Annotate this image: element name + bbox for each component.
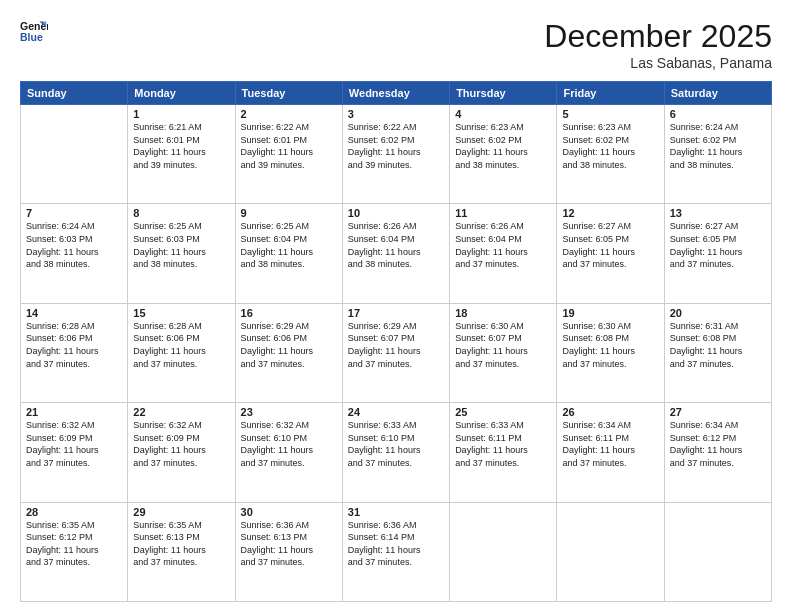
day-number: 16 [241,307,337,319]
calendar-cell: 29Sunrise: 6:35 AM Sunset: 6:13 PM Dayli… [128,502,235,601]
calendar-cell: 26Sunrise: 6:34 AM Sunset: 6:11 PM Dayli… [557,403,664,502]
day-info: Sunrise: 6:21 AM Sunset: 6:01 PM Dayligh… [133,121,229,171]
weekday-header-friday: Friday [557,82,664,105]
day-number: 27 [670,406,766,418]
calendar-cell: 1Sunrise: 6:21 AM Sunset: 6:01 PM Daylig… [128,105,235,204]
week-row-2: 14Sunrise: 6:28 AM Sunset: 6:06 PM Dayli… [21,303,772,402]
day-number: 7 [26,207,122,219]
calendar-cell: 27Sunrise: 6:34 AM Sunset: 6:12 PM Dayli… [664,403,771,502]
weekday-header-row: SundayMondayTuesdayWednesdayThursdayFrid… [21,82,772,105]
calendar-cell: 31Sunrise: 6:36 AM Sunset: 6:14 PM Dayli… [342,502,449,601]
calendar-cell: 5Sunrise: 6:23 AM Sunset: 6:02 PM Daylig… [557,105,664,204]
day-info: Sunrise: 6:32 AM Sunset: 6:10 PM Dayligh… [241,419,337,469]
week-row-3: 21Sunrise: 6:32 AM Sunset: 6:09 PM Dayli… [21,403,772,502]
calendar-cell: 8Sunrise: 6:25 AM Sunset: 6:03 PM Daylig… [128,204,235,303]
calendar-cell: 15Sunrise: 6:28 AM Sunset: 6:06 PM Dayli… [128,303,235,402]
calendar-cell: 17Sunrise: 6:29 AM Sunset: 6:07 PM Dayli… [342,303,449,402]
calendar-cell: 24Sunrise: 6:33 AM Sunset: 6:10 PM Dayli… [342,403,449,502]
week-row-1: 7Sunrise: 6:24 AM Sunset: 6:03 PM Daylig… [21,204,772,303]
day-info: Sunrise: 6:33 AM Sunset: 6:11 PM Dayligh… [455,419,551,469]
calendar-cell: 7Sunrise: 6:24 AM Sunset: 6:03 PM Daylig… [21,204,128,303]
day-number: 1 [133,108,229,120]
day-info: Sunrise: 6:30 AM Sunset: 6:07 PM Dayligh… [455,320,551,370]
calendar-cell: 19Sunrise: 6:30 AM Sunset: 6:08 PM Dayli… [557,303,664,402]
calendar-cell: 3Sunrise: 6:22 AM Sunset: 6:02 PM Daylig… [342,105,449,204]
day-info: Sunrise: 6:29 AM Sunset: 6:07 PM Dayligh… [348,320,444,370]
day-info: Sunrise: 6:24 AM Sunset: 6:02 PM Dayligh… [670,121,766,171]
svg-text:Blue: Blue [20,31,43,43]
calendar-cell: 22Sunrise: 6:32 AM Sunset: 6:09 PM Dayli… [128,403,235,502]
day-number: 13 [670,207,766,219]
day-info: Sunrise: 6:22 AM Sunset: 6:02 PM Dayligh… [348,121,444,171]
title-block: December 2025 Las Sabanas, Panama [544,18,772,71]
calendar-cell: 23Sunrise: 6:32 AM Sunset: 6:10 PM Dayli… [235,403,342,502]
day-number: 30 [241,506,337,518]
day-number: 25 [455,406,551,418]
day-info: Sunrise: 6:31 AM Sunset: 6:08 PM Dayligh… [670,320,766,370]
page: General Blue December 2025 Las Sabanas, … [0,0,792,612]
day-number: 14 [26,307,122,319]
calendar-cell [557,502,664,601]
day-number: 11 [455,207,551,219]
calendar-table: SundayMondayTuesdayWednesdayThursdayFrid… [20,81,772,602]
calendar-cell: 14Sunrise: 6:28 AM Sunset: 6:06 PM Dayli… [21,303,128,402]
day-info: Sunrise: 6:26 AM Sunset: 6:04 PM Dayligh… [348,220,444,270]
calendar-cell: 28Sunrise: 6:35 AM Sunset: 6:12 PM Dayli… [21,502,128,601]
calendar-cell: 10Sunrise: 6:26 AM Sunset: 6:04 PM Dayli… [342,204,449,303]
day-number: 26 [562,406,658,418]
day-number: 21 [26,406,122,418]
day-info: Sunrise: 6:36 AM Sunset: 6:14 PM Dayligh… [348,519,444,569]
day-info: Sunrise: 6:23 AM Sunset: 6:02 PM Dayligh… [562,121,658,171]
calendar-cell [450,502,557,601]
day-info: Sunrise: 6:28 AM Sunset: 6:06 PM Dayligh… [26,320,122,370]
day-info: Sunrise: 6:27 AM Sunset: 6:05 PM Dayligh… [670,220,766,270]
day-number: 4 [455,108,551,120]
day-number: 10 [348,207,444,219]
calendar-cell: 2Sunrise: 6:22 AM Sunset: 6:01 PM Daylig… [235,105,342,204]
day-number: 12 [562,207,658,219]
day-number: 9 [241,207,337,219]
day-number: 2 [241,108,337,120]
day-number: 18 [455,307,551,319]
calendar-cell: 20Sunrise: 6:31 AM Sunset: 6:08 PM Dayli… [664,303,771,402]
week-row-4: 28Sunrise: 6:35 AM Sunset: 6:12 PM Dayli… [21,502,772,601]
weekday-header-sunday: Sunday [21,82,128,105]
month-title: December 2025 [544,18,772,55]
weekday-header-monday: Monday [128,82,235,105]
calendar-cell [21,105,128,204]
day-number: 6 [670,108,766,120]
day-number: 15 [133,307,229,319]
day-info: Sunrise: 6:34 AM Sunset: 6:12 PM Dayligh… [670,419,766,469]
day-number: 29 [133,506,229,518]
calendar-cell: 21Sunrise: 6:32 AM Sunset: 6:09 PM Dayli… [21,403,128,502]
week-row-0: 1Sunrise: 6:21 AM Sunset: 6:01 PM Daylig… [21,105,772,204]
calendar-cell: 18Sunrise: 6:30 AM Sunset: 6:07 PM Dayli… [450,303,557,402]
day-number: 5 [562,108,658,120]
calendar-cell [664,502,771,601]
calendar-cell: 30Sunrise: 6:36 AM Sunset: 6:13 PM Dayli… [235,502,342,601]
calendar-cell: 9Sunrise: 6:25 AM Sunset: 6:04 PM Daylig… [235,204,342,303]
day-info: Sunrise: 6:26 AM Sunset: 6:04 PM Dayligh… [455,220,551,270]
day-number: 20 [670,307,766,319]
calendar-cell: 4Sunrise: 6:23 AM Sunset: 6:02 PM Daylig… [450,105,557,204]
day-info: Sunrise: 6:32 AM Sunset: 6:09 PM Dayligh… [133,419,229,469]
day-info: Sunrise: 6:28 AM Sunset: 6:06 PM Dayligh… [133,320,229,370]
weekday-header-saturday: Saturday [664,82,771,105]
calendar-cell: 6Sunrise: 6:24 AM Sunset: 6:02 PM Daylig… [664,105,771,204]
calendar-cell: 16Sunrise: 6:29 AM Sunset: 6:06 PM Dayli… [235,303,342,402]
day-number: 22 [133,406,229,418]
day-number: 31 [348,506,444,518]
day-info: Sunrise: 6:36 AM Sunset: 6:13 PM Dayligh… [241,519,337,569]
day-info: Sunrise: 6:33 AM Sunset: 6:10 PM Dayligh… [348,419,444,469]
day-info: Sunrise: 6:30 AM Sunset: 6:08 PM Dayligh… [562,320,658,370]
day-number: 3 [348,108,444,120]
location: Las Sabanas, Panama [544,55,772,71]
logo: General Blue [20,18,48,46]
day-info: Sunrise: 6:24 AM Sunset: 6:03 PM Dayligh… [26,220,122,270]
day-number: 28 [26,506,122,518]
calendar-cell: 25Sunrise: 6:33 AM Sunset: 6:11 PM Dayli… [450,403,557,502]
day-info: Sunrise: 6:27 AM Sunset: 6:05 PM Dayligh… [562,220,658,270]
day-info: Sunrise: 6:23 AM Sunset: 6:02 PM Dayligh… [455,121,551,171]
day-info: Sunrise: 6:22 AM Sunset: 6:01 PM Dayligh… [241,121,337,171]
day-info: Sunrise: 6:29 AM Sunset: 6:06 PM Dayligh… [241,320,337,370]
